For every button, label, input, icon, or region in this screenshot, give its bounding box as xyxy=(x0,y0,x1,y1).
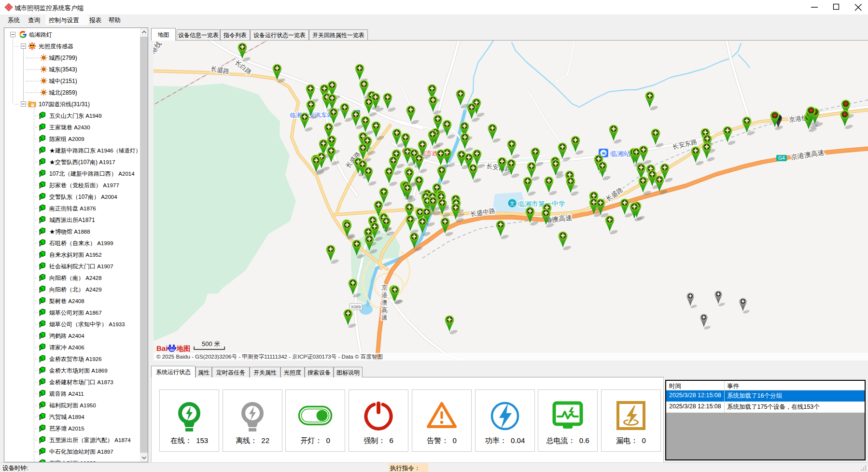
svg-text:港: 港 xyxy=(381,292,388,299)
svg-text:速: 速 xyxy=(381,314,388,321)
svg-text:文: 文 xyxy=(510,201,515,206)
svg-text:© 2025 Baidu - GS(2023)3206号 -: © 2025 Baidu - GS(2023)3206号 - 甲测资字11111… xyxy=(156,354,383,360)
svg-text:G4: G4 xyxy=(778,155,785,161)
svg-text:澳: 澳 xyxy=(381,299,388,306)
svg-text:du: du xyxy=(170,348,174,351)
svg-text:临湘市第一中学: 临湘市第一中学 xyxy=(518,200,565,208)
svg-text:临湘站: 临湘站 xyxy=(610,150,630,157)
svg-text:500 米: 500 米 xyxy=(202,340,220,347)
svg-text:高: 高 xyxy=(381,306,388,314)
svg-text:Bai: Bai xyxy=(156,344,168,352)
svg-text:X089: X089 xyxy=(350,305,361,309)
svg-text:京: 京 xyxy=(381,284,388,291)
svg-text:地图: 地图 xyxy=(176,345,190,352)
